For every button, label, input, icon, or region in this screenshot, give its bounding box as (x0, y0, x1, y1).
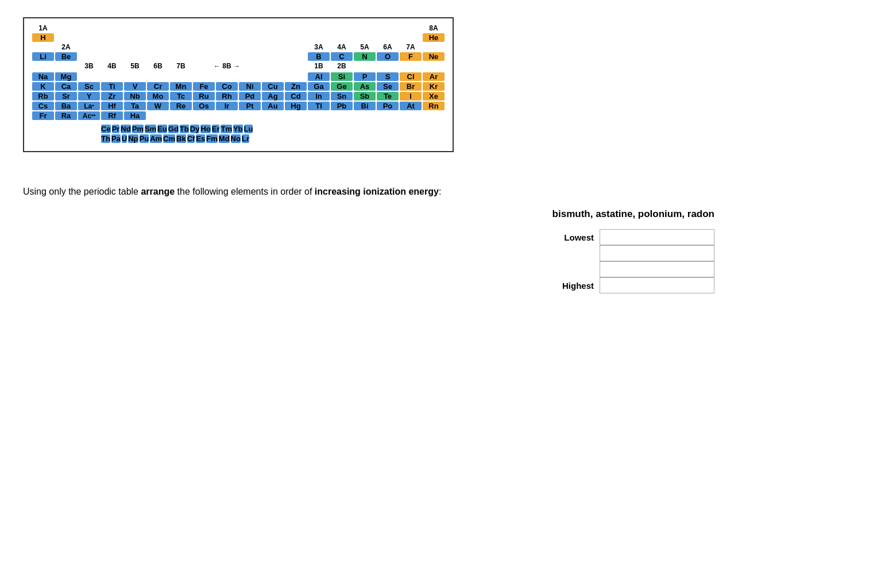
group-label-1B: 1B (308, 62, 330, 70)
element-Mo: Mo (147, 92, 169, 100)
element-Sb: Sb (354, 92, 376, 100)
element-Au: Au (262, 102, 284, 110)
pt-row1: H He (32, 33, 445, 42)
element-S: S (377, 72, 399, 81)
group-label-8B-arrow: ← 8B → (193, 62, 261, 70)
element-Rb: Rb (32, 92, 54, 100)
element-Cr: Cr (147, 82, 169, 91)
second-row: Lowest (554, 245, 714, 261)
element-Tm: Tm (221, 125, 232, 133)
element-Am: Am (150, 134, 162, 143)
element-Bk: Bk (176, 134, 186, 143)
element-Ba: Ba (55, 102, 77, 110)
element-Lu: Lu (244, 125, 253, 133)
element-Cf: Cf (187, 134, 195, 143)
third-input[interactable] (600, 261, 714, 277)
element-Ra: Ra (55, 111, 77, 120)
group-label-1A: 1A (32, 24, 54, 32)
element-Sn: Sn (331, 92, 353, 100)
element-Cm: Cm (163, 134, 175, 143)
pt-row-labels2: 2A 3A 4A 5A 6A 7A (32, 43, 445, 51)
pt-row2: Li Be B C N O F Ne (32, 52, 445, 61)
element-Li: Li (32, 52, 54, 61)
element-Sm: Sm (145, 125, 156, 133)
element-Pa: Pa (111, 134, 121, 143)
pt-row-labels3: 3B 4B 5B 6B 7B ← 8B → 1B 2B (32, 62, 445, 71)
element-Sc: Sc (78, 82, 100, 91)
highest-input[interactable] (600, 277, 714, 293)
element-No: No (231, 134, 241, 143)
lowest-input[interactable] (600, 229, 714, 245)
element-Te: Te (377, 92, 399, 100)
element-U: U (122, 134, 127, 143)
lanthanides-row: Ce Pr Nd Pm Sm Eu Gd Tb Dy Ho Er Tm Yb L… (101, 125, 445, 133)
element-H: H (32, 33, 54, 42)
element-Tl: Tl (308, 102, 330, 110)
element-Fr: Fr (32, 111, 54, 120)
element-F: F (400, 52, 422, 61)
element-Pd: Pd (239, 92, 261, 100)
element-Tc: Tc (170, 92, 192, 100)
element-Nd: Nd (121, 125, 130, 133)
element-K: K (32, 82, 54, 91)
element-Zr: Zr (101, 92, 123, 100)
group-label-7B: 7B (170, 62, 192, 70)
periodic-table-container: 1A 8A H He (23, 17, 454, 152)
highest-label: Highest (554, 281, 594, 291)
element-Fe: Fe (193, 82, 215, 91)
element-Ag: Ag (262, 92, 284, 100)
element-Ca: Ca (55, 82, 77, 91)
element-Dy: Dy (190, 125, 200, 133)
element-Er: Er (212, 125, 220, 133)
group-labels-row1: 1A 8A (32, 24, 445, 32)
pt-row4: K Ca Sc Ti V Cr Mn Fe Co Ni Cu Zn Ga Ge … (32, 82, 445, 91)
element-Hg: Hg (285, 102, 307, 110)
element-Os: Os (193, 102, 215, 110)
element-Pm: Pm (132, 125, 144, 133)
second-input[interactable] (600, 245, 714, 261)
element-Zn: Zn (285, 82, 307, 91)
element-Ac: Ac** (78, 111, 100, 120)
element-Rf: Rf (101, 111, 123, 120)
element-Pr: Pr (112, 125, 120, 133)
element-Sr: Sr (55, 92, 77, 100)
group-label-5B: 5B (124, 62, 146, 70)
group-label-2A: 2A (55, 43, 77, 51)
element-Es: Es (196, 134, 205, 143)
element-Ta: Ta (124, 102, 146, 110)
element-Al: Al (308, 72, 330, 81)
element-Ga: Ga (308, 82, 330, 91)
element-Ha: Ha (124, 111, 146, 120)
element-Bi: Bi (354, 102, 376, 110)
element-Ce: Ce (101, 125, 111, 133)
group-label-6A: 6A (377, 43, 399, 51)
element-Ge: Ge (331, 82, 353, 91)
pt-row3: Na Mg Al Si P S Cl Ar (32, 72, 445, 81)
element-Ru: Ru (193, 92, 215, 100)
element-O: O (377, 52, 399, 61)
element-Y: Y (78, 92, 100, 100)
element-Md: Md (219, 134, 230, 143)
element-Rh: Rh (216, 92, 238, 100)
element-W: W (147, 102, 169, 110)
element-Br: Br (400, 82, 422, 91)
element-Lr: Lr (242, 134, 249, 143)
element-Eu: Eu (157, 125, 167, 133)
element-La: La* (78, 102, 100, 110)
highest-row: Highest (554, 277, 714, 293)
element-Pu: Pu (140, 134, 149, 143)
element-Mg: Mg (55, 72, 77, 81)
element-Po: Po (377, 102, 399, 110)
element-Cd: Cd (285, 92, 307, 100)
element-Kr: Kr (423, 82, 445, 91)
group-label-8A: 8A (423, 24, 445, 32)
element-Be: Be (55, 52, 77, 61)
element-In: In (308, 92, 330, 100)
element-Na: Na (32, 72, 54, 81)
element-He: He (423, 33, 445, 42)
pt-row6: Cs Ba La* Hf Ta W Re Os Ir Pt Au Hg Tl P… (32, 102, 445, 110)
element-At: At (400, 102, 422, 110)
element-Mn: Mn (170, 82, 192, 91)
element-Gd: Gd (168, 125, 179, 133)
element-C: C (331, 52, 353, 61)
